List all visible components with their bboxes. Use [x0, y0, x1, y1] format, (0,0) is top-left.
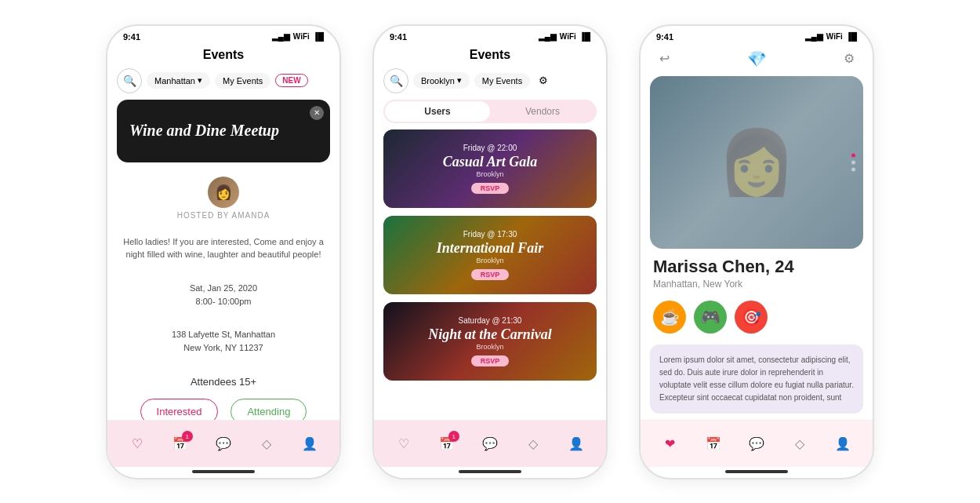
event-card-fair[interactable]: Friday @ 17:30 International Fair Brookl… [383, 216, 597, 294]
nav-diamond-icon-2[interactable]: ◇ [522, 432, 544, 454]
featured-event-title: Wine and Dine Meetup [129, 122, 279, 140]
new-badge: NEW [275, 74, 307, 87]
person-silhouette: 👩 [717, 126, 796, 199]
users-vendors-tabs: Users Vendors [383, 100, 597, 123]
signal-icon: ▂▄▆ [272, 32, 290, 41]
profile-photo: 👩 [650, 76, 863, 249]
address-line1: 138 Lafyette St, Manhattan [107, 328, 339, 342]
search-icon-2[interactable]: 🔍 [383, 68, 408, 93]
event-time-2: Friday @ 17:30 [463, 230, 517, 239]
settings-icon[interactable]: ⚙ [838, 48, 860, 70]
signal-icon-2: ▂▄▆ [539, 32, 557, 41]
my-events-button[interactable]: My Events [215, 73, 270, 89]
interest-game-icon: 🎮 [694, 301, 727, 334]
event-description: Hello ladies! If you are interested, Com… [107, 235, 339, 266]
close-button[interactable]: ✕ [310, 106, 324, 120]
p2-title: Events [374, 48, 606, 62]
phone3-content: ↩ 💎 ⚙ 👩 Marissa Chen, 24 Manhattan, New … [641, 45, 873, 420]
time-3: 9:41 [656, 32, 673, 42]
nav-heart-icon-2[interactable]: ♡ [393, 432, 415, 454]
date-text: Sat, Jan 25, 2020 [107, 282, 339, 296]
status-bar-1: 9:41 ▂▄▆ WiFi ▐█ [107, 26, 339, 45]
wifi-icon-2: WiFi [560, 32, 576, 41]
search-icon[interactable]: 🔍 [117, 68, 142, 93]
location-dropdown[interactable]: Manhattan ▾ [147, 72, 210, 89]
nav-heart-icon[interactable]: ♡ [126, 432, 148, 454]
nav-chat-icon[interactable]: 💬 [212, 432, 234, 454]
p1-search-row: 🔍 Manhattan ▾ My Events NEW [107, 68, 339, 100]
featured-event-card: Wine and Dine Meetup ✕ [117, 100, 330, 162]
rsvp-button-3[interactable]: RSVP [471, 355, 510, 366]
bottom-nav-1: ♡ 📅 1 💬 ◇ 👤 [107, 420, 339, 467]
event-card-carnival[interactable]: Saturday @ 21:30 Night at the Carnival B… [383, 302, 597, 381]
hosted-by-label: HOSTED BY AMANDA [107, 211, 339, 220]
phones-container: 9:41 ▂▄▆ WiFi ▐█ Events 🔍 Manhattan ▾ My… [90, 9, 890, 495]
event-location-2: Brooklyn [476, 257, 503, 264]
profile-bio: Lorem ipsum dolor sit amet, consectetur … [650, 344, 863, 414]
p2-search-row: 🔍 Brooklyn ▾ My Events ⚙ [374, 68, 606, 100]
tab-users[interactable]: Users [385, 101, 490, 122]
home-indicator-3 [725, 470, 788, 473]
location-label: Manhattan [154, 76, 195, 86]
profile-name: Marissa Chen, 24 [653, 257, 860, 277]
nav-diamond-icon-3[interactable]: ◇ [789, 432, 811, 454]
status-bar-3: 9:41 ▂▄▆ WiFi ▐█ [641, 26, 873, 45]
chevron-down-icon: ▾ [198, 75, 202, 86]
nav-calendar-icon-2[interactable]: 📅 1 [436, 432, 458, 454]
event-time-1: Friday @ 22:00 [463, 144, 517, 152]
phone-2: 9:41 ▂▄▆ WiFi ▐█ Events 🔍 Brooklyn ▾ My … [372, 24, 608, 479]
dot-active [851, 153, 855, 157]
card-overlay-fair: Friday @ 17:30 International Fair Brookl… [383, 216, 597, 294]
address-line2: New York, NY 11237 [107, 341, 339, 355]
status-icons-2: ▂▄▆ WiFi ▐█ [539, 32, 590, 41]
profile-info: Marissa Chen, 24 Manhattan, New York [641, 249, 873, 294]
diamond-center-icon: 💎 [747, 49, 767, 68]
dot-inactive-1 [851, 160, 855, 164]
nav-chat-icon-3[interactable]: 💬 [746, 432, 768, 454]
event-card-art[interactable]: Friday @ 22:00 Casual Art Gala Brooklyn … [383, 129, 597, 208]
dot-inactive-2 [851, 167, 855, 171]
location-dropdown-2[interactable]: Brooklyn ▾ [413, 72, 470, 89]
chevron-down-icon-2: ▾ [457, 75, 462, 86]
back-icon[interactable]: ↩ [653, 48, 675, 70]
p1-header: Events [107, 45, 339, 68]
p3-header: ↩ 💎 ⚙ [641, 45, 873, 76]
nav-heart-icon-3[interactable]: ❤ [659, 432, 681, 454]
nav-profile-icon-3[interactable]: 👤 [832, 432, 854, 454]
time-text: 8:00- 10:00pm [107, 295, 339, 309]
phone-3: 9:41 ▂▄▆ WiFi ▐█ ↩ 💎 ⚙ 👩 [639, 24, 874, 479]
filter-icon[interactable]: ⚙ [535, 72, 552, 89]
my-events-button-2[interactable]: My Events [474, 73, 530, 89]
host-avatar: 👩 [208, 177, 239, 208]
bottom-nav-2: ♡ 📅 1 💬 ◇ 👤 [374, 420, 606, 467]
phone1-content: Events 🔍 Manhattan ▾ My Events NEW Wine … [107, 45, 339, 420]
nav-calendar-icon-3[interactable]: 📅 [702, 432, 724, 454]
attendees-count: Attendees 15+ [107, 371, 339, 392]
tab-vendors[interactable]: Vendors [490, 101, 595, 122]
nav-diamond-icon[interactable]: ◇ [256, 432, 278, 454]
home-indicator-1 [192, 470, 255, 473]
battery-icon: ▐█ [313, 32, 324, 41]
interested-button[interactable]: Interested [140, 399, 219, 420]
location-label-2: Brooklyn [421, 76, 455, 86]
nav-profile-icon[interactable]: 👤 [299, 432, 321, 454]
event-list: Friday @ 22:00 Casual Art Gala Brooklyn … [374, 129, 606, 420]
status-bar-2: 9:41 ▂▄▆ WiFi ▐█ [374, 26, 606, 45]
phone-1: 9:41 ▂▄▆ WiFi ▐█ Events 🔍 Manhattan ▾ My… [106, 24, 341, 479]
status-icons-3: ▂▄▆ WiFi ▐█ [805, 32, 857, 41]
interest-target-icon: 🎯 [735, 301, 768, 334]
event-title-1: Casual Art Gala [443, 154, 537, 170]
attending-button[interactable]: Attending [230, 399, 307, 420]
event-time-3: Saturday @ 21:30 [459, 316, 522, 325]
rsvp-button-2[interactable]: RSVP [471, 269, 510, 280]
rsvp-button-1[interactable]: RSVP [471, 183, 510, 194]
nav-profile-icon-2[interactable]: 👤 [565, 432, 587, 454]
bottom-nav-3: ❤ 📅 💬 ◇ 👤 [641, 420, 873, 467]
wifi-icon-3: WiFi [826, 32, 843, 41]
nav-calendar-icon[interactable]: 📅 1 [169, 432, 191, 454]
nav-chat-icon-2[interactable]: 💬 [479, 432, 501, 454]
wifi-icon: WiFi [293, 32, 310, 41]
card-overlay-carnival: Saturday @ 21:30 Night at the Carnival B… [383, 302, 597, 381]
event-date: Sat, Jan 25, 2020 8:00- 10:00pm [107, 279, 339, 312]
phone2-content: Events 🔍 Brooklyn ▾ My Events ⚙ Users Ve… [374, 45, 606, 420]
